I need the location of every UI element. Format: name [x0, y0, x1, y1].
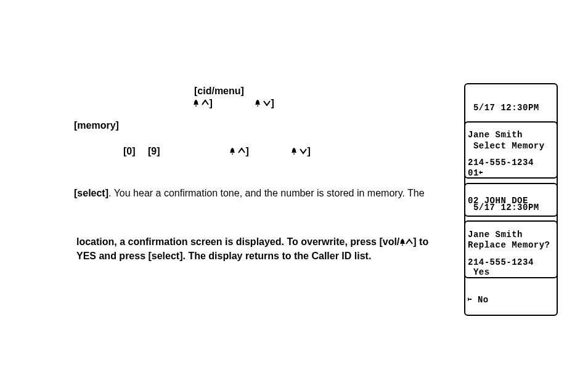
lcd-line-with-cursor: No [468, 296, 554, 305]
lcd-text: No [472, 295, 489, 305]
lcd-line-with-cursor: 01 [468, 169, 554, 178]
svg-point-2 [232, 153, 233, 155]
svg-point-0 [195, 105, 197, 107]
ringer-up-group-2: ] [229, 145, 249, 158]
ringer-down-group-2: ] [291, 145, 311, 158]
up-arrow-icon [238, 145, 245, 158]
ringer-icon [193, 97, 199, 110]
label-cid-menu: [cid/menu] [194, 85, 244, 98]
label-key9: [9] [148, 145, 160, 158]
down-arrow-icon [300, 145, 307, 158]
p2-line2a: YES and press [select]. The display retu… [76, 251, 371, 261]
up-arrow-icon [406, 236, 413, 249]
bracket-close: ] [209, 98, 212, 108]
lcd-replace-memory: Replace Memory? Yes No [464, 220, 558, 316]
lcd-line: Select Memory [468, 142, 554, 151]
ringer-up-group-1: ] [193, 97, 213, 110]
label-key0: [0] [123, 145, 136, 158]
ringer-down-group-1: ] [255, 97, 274, 110]
svg-point-4 [402, 244, 403, 246]
label-select: [select] [74, 188, 108, 198]
lcd-text: 01 [468, 168, 479, 178]
lcd-line: 5/17 12:30PM [468, 103, 554, 113]
bracket-close: ] [245, 146, 248, 156]
lcd-line: 5/17 12:30PM [468, 203, 554, 212]
ringer-icon [399, 236, 406, 249]
cursor-icon [479, 169, 483, 178]
svg-point-3 [293, 153, 295, 155]
paragraph-overwrite: location, a confirmation screen is displ… [76, 235, 452, 262]
label-memory: [memory] [74, 119, 119, 132]
instruction-page: { "labels": { "cid_menu": "[cid/menu]", … [0, 0, 588, 375]
ringer-icon [291, 145, 297, 158]
ringer-icon [255, 97, 261, 110]
cursor-icon [468, 296, 472, 305]
lcd-line: Replace Memory? [468, 241, 554, 250]
svg-point-1 [257, 105, 258, 107]
ringer-icon [229, 145, 235, 158]
paragraph-select-after: . You hear a confirmation tone, and the … [108, 188, 425, 198]
paragraph-select: [select]. You hear a confirmation tone, … [74, 187, 450, 200]
p2-line1a: location, a confirmation screen is displ… [76, 236, 399, 247]
down-arrow-icon [263, 97, 271, 110]
up-arrow-icon [202, 97, 209, 110]
p2-line1b: ] to [413, 236, 428, 247]
lcd-line: Yes [468, 268, 554, 277]
bracket-close: ] [307, 146, 310, 156]
bracket-close: ] [271, 98, 274, 108]
